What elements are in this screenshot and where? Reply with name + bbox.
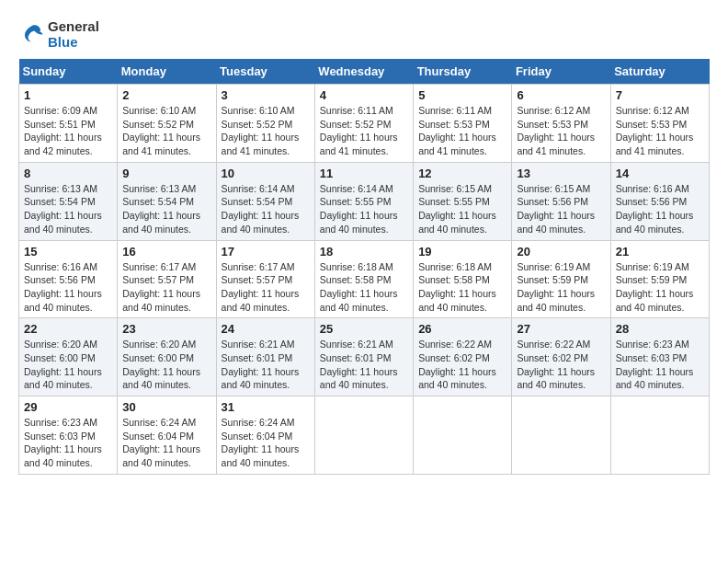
calendar-cell: 2Sunrise: 6:10 AM Sunset: 5:52 PM Daylig… bbox=[118, 85, 216, 163]
calendar-cell: 22Sunrise: 6:20 AM Sunset: 6:00 PM Dayli… bbox=[19, 318, 118, 396]
day-number: 21 bbox=[616, 245, 704, 259]
day-info: Sunrise: 6:18 AM Sunset: 5:58 PM Dayligh… bbox=[320, 260, 408, 315]
calendar-cell: 5Sunrise: 6:11 AM Sunset: 5:53 PM Daylig… bbox=[414, 85, 512, 163]
calendar-week-4: 22Sunrise: 6:20 AM Sunset: 6:00 PM Dayli… bbox=[19, 318, 710, 396]
day-info: Sunrise: 6:21 AM Sunset: 6:01 PM Dayligh… bbox=[320, 338, 408, 392]
calendar-cell: 25Sunrise: 6:21 AM Sunset: 6:01 PM Dayli… bbox=[314, 318, 413, 396]
day-info: Sunrise: 6:18 AM Sunset: 5:58 PM Dayligh… bbox=[418, 260, 506, 315]
calendar-cell: 21Sunrise: 6:19 AM Sunset: 5:59 PM Dayli… bbox=[610, 240, 709, 318]
day-info: Sunrise: 6:13 AM Sunset: 5:54 PM Dayligh… bbox=[24, 182, 112, 236]
day-info: Sunrise: 6:16 AM Sunset: 5:56 PM Dayligh… bbox=[616, 182, 704, 236]
calendar-cell: 10Sunrise: 6:14 AM Sunset: 5:54 PM Dayli… bbox=[216, 162, 314, 240]
day-info: Sunrise: 6:16 AM Sunset: 5:56 PM Dayligh… bbox=[24, 260, 112, 315]
calendar-cell: 14Sunrise: 6:16 AM Sunset: 5:56 PM Dayli… bbox=[610, 162, 709, 240]
day-number: 31 bbox=[222, 400, 310, 414]
day-number: 7 bbox=[616, 88, 704, 102]
calendar-cell: 27Sunrise: 6:22 AM Sunset: 6:02 PM Dayli… bbox=[512, 318, 610, 396]
day-number: 9 bbox=[122, 167, 210, 180]
calendar-cell: 15Sunrise: 6:16 AM Sunset: 5:56 PM Dayli… bbox=[19, 240, 118, 318]
day-number: 24 bbox=[222, 322, 310, 336]
calendar-cell bbox=[414, 396, 512, 475]
calendar-cell: 1Sunrise: 6:09 AM Sunset: 5:51 PM Daylig… bbox=[19, 85, 118, 163]
calendar-table: SundayMondayTuesdayWednesdayThursdayFrid… bbox=[18, 59, 710, 475]
day-info: Sunrise: 6:13 AM Sunset: 5:54 PM Dayligh… bbox=[122, 182, 210, 236]
calendar-cell: 8Sunrise: 6:13 AM Sunset: 5:54 PM Daylig… bbox=[19, 162, 118, 240]
day-number: 13 bbox=[517, 167, 605, 180]
day-info: Sunrise: 6:09 AM Sunset: 5:51 PM Dayligh… bbox=[24, 104, 112, 158]
day-number: 2 bbox=[122, 88, 210, 102]
day-info: Sunrise: 6:17 AM Sunset: 5:57 PM Dayligh… bbox=[222, 260, 310, 315]
day-info: Sunrise: 6:22 AM Sunset: 6:02 PM Dayligh… bbox=[418, 338, 506, 392]
day-info: Sunrise: 6:24 AM Sunset: 6:04 PM Dayligh… bbox=[122, 416, 210, 470]
day-info: Sunrise: 6:14 AM Sunset: 5:55 PM Dayligh… bbox=[320, 182, 408, 236]
header-tuesday: Tuesday bbox=[216, 59, 314, 85]
day-number: 10 bbox=[222, 167, 310, 180]
header-sunday: Sunday bbox=[19, 59, 118, 85]
day-info: Sunrise: 6:12 AM Sunset: 5:53 PM Dayligh… bbox=[616, 104, 704, 158]
day-number: 12 bbox=[418, 167, 506, 180]
calendar-cell: 3Sunrise: 6:10 AM Sunset: 5:52 PM Daylig… bbox=[216, 85, 314, 163]
calendar-cell: 17Sunrise: 6:17 AM Sunset: 5:57 PM Dayli… bbox=[216, 240, 314, 318]
day-number: 18 bbox=[320, 245, 408, 259]
day-number: 5 bbox=[418, 88, 506, 102]
day-info: Sunrise: 6:23 AM Sunset: 6:03 PM Dayligh… bbox=[616, 338, 704, 392]
calendar-cell: 20Sunrise: 6:19 AM Sunset: 5:59 PM Dayli… bbox=[512, 240, 610, 318]
day-number: 22 bbox=[24, 322, 112, 336]
day-number: 8 bbox=[24, 167, 112, 180]
day-info: Sunrise: 6:10 AM Sunset: 5:52 PM Dayligh… bbox=[122, 104, 210, 158]
logo-icon bbox=[18, 21, 44, 47]
calendar-week-3: 15Sunrise: 6:16 AM Sunset: 5:56 PM Dayli… bbox=[19, 240, 710, 318]
calendar-cell: 16Sunrise: 6:17 AM Sunset: 5:57 PM Dayli… bbox=[118, 240, 216, 318]
day-info: Sunrise: 6:15 AM Sunset: 5:56 PM Dayligh… bbox=[517, 182, 605, 236]
day-info: Sunrise: 6:10 AM Sunset: 5:52 PM Dayligh… bbox=[222, 104, 310, 158]
day-number: 17 bbox=[222, 245, 310, 259]
day-number: 15 bbox=[24, 245, 112, 259]
day-info: Sunrise: 6:19 AM Sunset: 5:59 PM Dayligh… bbox=[616, 260, 704, 315]
day-number: 3 bbox=[222, 88, 310, 102]
calendar-cell: 31Sunrise: 6:24 AM Sunset: 6:04 PM Dayli… bbox=[216, 396, 314, 475]
calendar-cell: 9Sunrise: 6:13 AM Sunset: 5:54 PM Daylig… bbox=[118, 162, 216, 240]
day-number: 23 bbox=[122, 322, 210, 336]
calendar-cell: 7Sunrise: 6:12 AM Sunset: 5:53 PM Daylig… bbox=[610, 85, 709, 163]
calendar-week-2: 8Sunrise: 6:13 AM Sunset: 5:54 PM Daylig… bbox=[19, 162, 710, 240]
calendar-cell: 23Sunrise: 6:20 AM Sunset: 6:00 PM Dayli… bbox=[118, 318, 216, 396]
day-number: 27 bbox=[517, 322, 605, 336]
day-number: 11 bbox=[320, 167, 408, 180]
calendar-cell: 13Sunrise: 6:15 AM Sunset: 5:56 PM Dayli… bbox=[512, 162, 610, 240]
calendar-cell: 19Sunrise: 6:18 AM Sunset: 5:58 PM Dayli… bbox=[414, 240, 512, 318]
day-info: Sunrise: 6:15 AM Sunset: 5:55 PM Dayligh… bbox=[418, 182, 506, 236]
day-info: Sunrise: 6:11 AM Sunset: 5:53 PM Dayligh… bbox=[418, 104, 506, 158]
day-info: Sunrise: 6:14 AM Sunset: 5:54 PM Dayligh… bbox=[222, 182, 310, 236]
header-friday: Friday bbox=[512, 59, 610, 85]
calendar-cell: 26Sunrise: 6:22 AM Sunset: 6:02 PM Dayli… bbox=[414, 318, 512, 396]
calendar-cell: 4Sunrise: 6:11 AM Sunset: 5:52 PM Daylig… bbox=[314, 85, 413, 163]
day-info: Sunrise: 6:11 AM Sunset: 5:52 PM Dayligh… bbox=[320, 104, 408, 158]
calendar-cell: 28Sunrise: 6:23 AM Sunset: 6:03 PM Dayli… bbox=[610, 318, 709, 396]
calendar-cell bbox=[610, 396, 709, 475]
day-number: 25 bbox=[320, 322, 408, 336]
calendar-cell bbox=[314, 396, 413, 475]
logo-text: General Blue bbox=[48, 18, 99, 50]
day-number: 6 bbox=[517, 88, 605, 102]
day-number: 1 bbox=[24, 88, 112, 102]
day-number: 29 bbox=[24, 400, 112, 414]
header: General Blue bbox=[18, 18, 710, 50]
day-info: Sunrise: 6:19 AM Sunset: 5:59 PM Dayligh… bbox=[517, 260, 605, 315]
calendar-cell: 18Sunrise: 6:18 AM Sunset: 5:58 PM Dayli… bbox=[314, 240, 413, 318]
day-info: Sunrise: 6:17 AM Sunset: 5:57 PM Dayligh… bbox=[122, 260, 210, 315]
calendar-cell: 12Sunrise: 6:15 AM Sunset: 5:55 PM Dayli… bbox=[414, 162, 512, 240]
calendar-cell: 30Sunrise: 6:24 AM Sunset: 6:04 PM Dayli… bbox=[118, 396, 216, 475]
day-info: Sunrise: 6:20 AM Sunset: 6:00 PM Dayligh… bbox=[122, 338, 210, 392]
day-info: Sunrise: 6:23 AM Sunset: 6:03 PM Dayligh… bbox=[24, 416, 112, 470]
day-number: 4 bbox=[320, 88, 408, 102]
calendar-week-5: 29Sunrise: 6:23 AM Sunset: 6:03 PM Dayli… bbox=[19, 396, 710, 475]
calendar-cell bbox=[512, 396, 610, 475]
day-info: Sunrise: 6:21 AM Sunset: 6:01 PM Dayligh… bbox=[222, 338, 310, 392]
header-wednesday: Wednesday bbox=[314, 59, 413, 85]
calendar-cell: 24Sunrise: 6:21 AM Sunset: 6:01 PM Dayli… bbox=[216, 318, 314, 396]
day-info: Sunrise: 6:22 AM Sunset: 6:02 PM Dayligh… bbox=[517, 338, 605, 392]
day-number: 30 bbox=[122, 400, 210, 414]
logo: General Blue bbox=[18, 18, 99, 50]
day-number: 14 bbox=[616, 167, 704, 180]
calendar-header-row: SundayMondayTuesdayWednesdayThursdayFrid… bbox=[19, 59, 710, 85]
